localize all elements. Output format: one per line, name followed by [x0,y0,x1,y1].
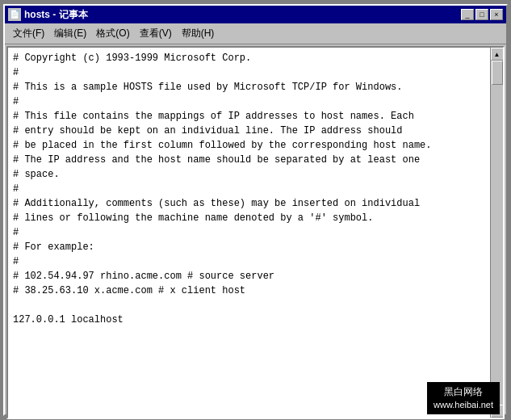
menu-view[interactable]: 查看(V) [135,25,177,42]
watermark: 黑白网络 www.heibai.net [427,382,500,414]
text-editor[interactable]: # Copyright (c) 1993-1999 Microsoft Corp… [8,48,490,418]
menu-format[interactable]: 格式(O) [91,25,134,42]
scroll-track[interactable] [491,61,503,405]
scroll-up-button[interactable]: ▲ [491,48,504,61]
watermark-line1: 黑白网络 [434,385,493,399]
menu-help[interactable]: 帮助(H) [177,25,220,42]
app-icon: 📄 [8,8,21,21]
scrollbar: ▲ ▼ [490,48,503,418]
watermark-line2: www.heibai.net [434,399,493,411]
menu-edit[interactable]: 编辑(E) [49,25,91,42]
title-bar-left: 📄 hosts - 记事本 [8,8,88,22]
content-area: # Copyright (c) 1993-1999 Microsoft Corp… [6,46,505,419]
menu-file[interactable]: 文件(F) [8,25,49,42]
scroll-thumb[interactable] [492,61,503,85]
title-controls: _ □ × [461,9,503,20]
close-button[interactable]: × [490,9,503,20]
menu-bar: 文件(F) 编辑(E) 格式(O) 查看(V) 帮助(H) [5,23,506,44]
maximize-button[interactable]: □ [475,9,488,20]
main-window: 📄 hosts - 记事本 _ □ × 文件(F) 编辑(E) 格式(O) 查看… [3,4,508,416]
title-bar: 📄 hosts - 记事本 _ □ × [5,6,506,23]
minimize-button[interactable]: _ [461,9,474,20]
window-title: hosts - 记事本 [24,8,88,22]
